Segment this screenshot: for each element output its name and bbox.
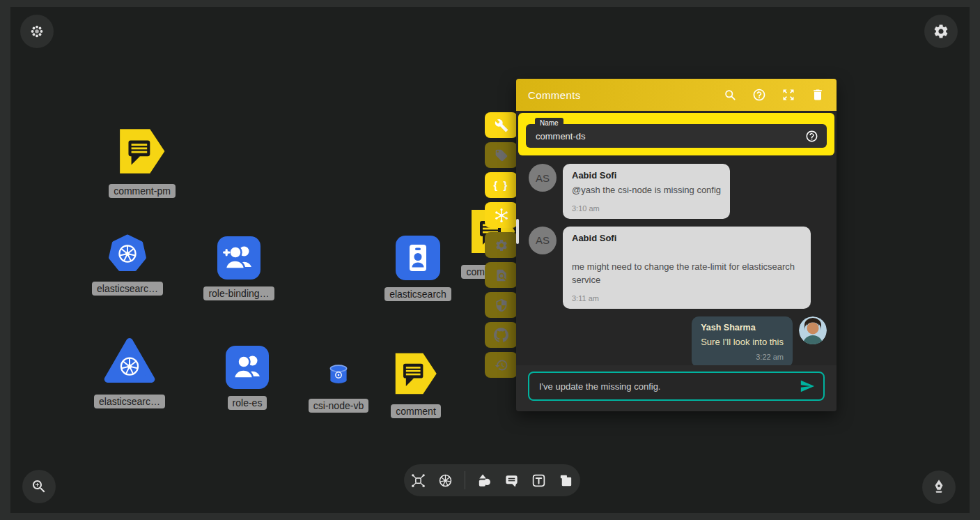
integrations-tool-button[interactable] xyxy=(410,473,426,489)
gear-icon xyxy=(933,23,949,40)
app-logo-button[interactable] xyxy=(20,15,54,48)
message-author: Aabid Sofi xyxy=(572,170,721,181)
kubernetes-triangle-icon xyxy=(102,333,157,388)
history-button[interactable] xyxy=(485,352,518,378)
comment-input-row xyxy=(516,365,837,411)
github-icon xyxy=(494,328,508,342)
expand-icon[interactable] xyxy=(781,88,795,102)
kubernetes-heptagon-icon xyxy=(107,233,148,275)
node-elasticsearch-heptagon[interactable]: elasticsearc… xyxy=(86,233,169,296)
comment-input[interactable] xyxy=(538,381,794,392)
node-elasticsearch-triangle[interactable]: elasticsearc… xyxy=(88,333,171,408)
message-row: AS Aabid Sofi me might need to change th… xyxy=(529,227,827,309)
send-button[interactable] xyxy=(800,378,815,394)
history-icon xyxy=(495,358,508,372)
shape-tools-toolbar xyxy=(404,464,580,496)
search-icon[interactable] xyxy=(723,88,737,102)
mesh-button[interactable] xyxy=(485,202,518,228)
doc-search-icon xyxy=(495,268,508,282)
shapes-tool-button[interactable] xyxy=(476,473,492,489)
text-tool-button[interactable] xyxy=(531,473,547,489)
github-button[interactable] xyxy=(485,322,518,348)
text-tool-icon xyxy=(531,473,547,489)
message-text: me might need to change the rate-limit f… xyxy=(572,260,802,287)
comments-scrollbar[interactable] xyxy=(516,219,519,244)
zoom-in-button[interactable] xyxy=(22,470,56,503)
node-role-es[interactable]: role-es xyxy=(205,346,289,410)
node-label: role-es xyxy=(228,396,267,410)
node-action-toolbar: { } xyxy=(485,112,518,378)
help-icon[interactable] xyxy=(752,88,766,102)
send-icon xyxy=(800,378,815,394)
node-settings-button[interactable] xyxy=(485,232,518,258)
comments-message-list[interactable]: AS Aabid Sofi @yash the csi-node is miss… xyxy=(516,158,837,365)
configure-button[interactable] xyxy=(485,112,518,138)
node-role-binding[interactable]: role-binding… xyxy=(197,236,281,300)
node-label: elasticsearc… xyxy=(92,282,163,296)
message-time: 3:22 am xyxy=(701,353,784,361)
integration-icon xyxy=(410,473,426,489)
storage-cylinder-icon xyxy=(325,361,352,388)
node-label: role-binding… xyxy=(203,286,274,300)
message-row: AS Aabid Sofi @yash the csi-node is miss… xyxy=(529,164,827,219)
role-icon xyxy=(226,346,269,389)
avatar-photo xyxy=(799,316,827,344)
message-author: Yash Sharma xyxy=(701,323,784,332)
inspect-button[interactable] xyxy=(485,262,518,288)
node-label: comment xyxy=(391,404,441,418)
comments-panel-header[interactable]: Comments xyxy=(516,79,837,111)
message-author: Aabid Sofi xyxy=(572,233,802,243)
node-label: comment-pm xyxy=(109,184,176,198)
message-row: Yash Sharma Sure I'll look into this 3:2… xyxy=(529,316,827,366)
labels-button[interactable] xyxy=(485,142,518,168)
node-elasticsearch-serviceaccount[interactable]: elasticsearch xyxy=(376,236,460,301)
kubernetes-wheel-icon xyxy=(437,473,453,489)
braces-icon: { } xyxy=(494,179,509,191)
role-binding-icon xyxy=(217,236,260,280)
message-text: Sure I'll look into this xyxy=(701,335,784,349)
settings-button[interactable] xyxy=(924,15,958,48)
pen-tool-button[interactable] xyxy=(922,471,956,504)
person-photo xyxy=(799,316,827,344)
avatar: AS xyxy=(529,164,557,192)
tag-icon xyxy=(495,148,508,162)
delete-icon[interactable] xyxy=(811,88,825,102)
shield-icon xyxy=(495,298,508,312)
zoom-in-icon xyxy=(31,478,47,495)
message-bubble: Aabid Sofi me might need to change the r… xyxy=(563,227,811,309)
gear-icon xyxy=(495,238,508,252)
pen-nib-icon xyxy=(930,478,948,496)
panel-title: Comments xyxy=(528,89,723,101)
wrench-icon xyxy=(495,118,508,132)
message-bubble: Aabid Sofi @yash the csi-node is missing… xyxy=(563,164,730,219)
kubernetes-tool-button[interactable] xyxy=(437,473,453,489)
flower-icon xyxy=(29,24,45,39)
node-label: elasticsearch xyxy=(384,287,451,301)
comment-node-icon xyxy=(116,125,168,177)
toolbar-divider xyxy=(465,471,465,489)
name-input[interactable] xyxy=(534,130,805,142)
name-field-label: Name xyxy=(535,118,563,128)
avatar: AS xyxy=(529,227,557,254)
security-button[interactable] xyxy=(485,292,518,318)
message-time: 3:11 am xyxy=(572,294,802,303)
name-field-container: Name xyxy=(518,113,834,155)
node-comment[interactable]: comment xyxy=(374,350,458,418)
node-comment-pm[interactable]: comment-pm xyxy=(100,125,184,198)
name-help-icon[interactable] xyxy=(805,130,818,143)
node-label: csi-node-vb xyxy=(309,399,368,413)
comment-node-icon xyxy=(392,350,440,397)
comments-panel: Comments Name AS Aabid Sofi @yash the cs… xyxy=(516,79,837,411)
note-icon xyxy=(558,473,574,489)
message-spacer xyxy=(572,243,802,257)
service-account-icon xyxy=(396,236,440,280)
comment-tool-button[interactable] xyxy=(504,473,520,489)
shapes-icon xyxy=(476,473,492,489)
message-text: @yash the csi-node is missing config xyxy=(572,183,721,197)
note-tool-button[interactable] xyxy=(558,473,574,489)
hub-icon xyxy=(494,208,509,223)
node-label: elasticsearc… xyxy=(94,395,165,408)
json-config-button[interactable]: { } xyxy=(485,172,518,198)
message-bubble: Yash Sharma Sure I'll look into this 3:2… xyxy=(692,316,793,366)
node-csi-node-vb[interactable]: csi-node-vb xyxy=(297,361,380,413)
